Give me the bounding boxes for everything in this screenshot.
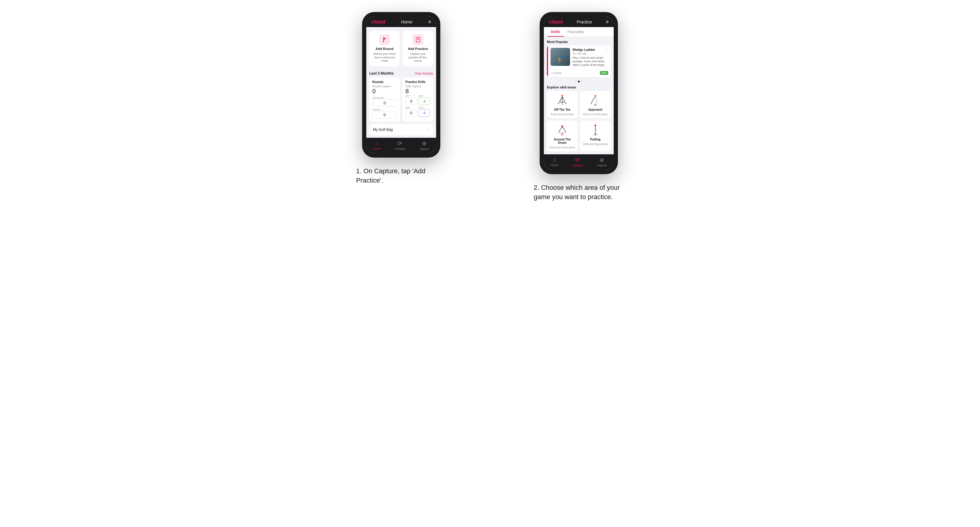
tournament-label: Tournament [372, 97, 397, 99]
drill-desc: Play 1 shot at each target yardage. If y… [573, 56, 608, 67]
add-practice-card[interactable]: Add Practice Capture your practice off-t… [403, 31, 433, 67]
drill-card-content: Wedge Ladder ☆ 50–100 yds Play 1 shot at… [548, 45, 611, 77]
chevron-icon: › [428, 127, 430, 132]
putting-icon [588, 124, 603, 136]
ott-name: Off The Tee [554, 108, 570, 111]
my-golf-bag-row[interactable]: My Golf Bag › [369, 124, 433, 135]
stats-container: Rounds Rounds Capture 0 Tournament 0 Pra… [366, 77, 436, 124]
svg-point-10 [595, 95, 596, 97]
phone2-bottom-nav: ⌂ Home ⟳ Activities ⊕ Capture [544, 154, 614, 170]
capture-icon: ⊕ [422, 140, 426, 147]
putting-desc: Make and lag practice [583, 143, 608, 146]
svg-point-14 [562, 133, 563, 135]
add-practice-icon-wrap [413, 34, 423, 45]
arg-item: ARG 0 [406, 106, 417, 117]
svg-line-5 [562, 97, 565, 102]
phone1-appbar: clippd Home ≡ [366, 16, 436, 27]
drill-shots: ○ 9 shots [550, 71, 562, 75]
add-round-title: Add Round [375, 47, 393, 51]
add-round-icon-wrap [379, 34, 390, 45]
drill-thumbnail-img [550, 48, 570, 66]
drill-card-inner: Wedge Ladder ☆ 50–100 yds Play 1 shot at… [548, 45, 611, 69]
putt-item: PUTT 4 [418, 106, 430, 117]
nav2-activities-label: Activities [572, 164, 583, 167]
skill-approach-icon-area [588, 94, 603, 106]
skill-off-the-tee[interactable]: Off The Tee Power and accuracy [547, 91, 578, 118]
skill-approach[interactable]: Approach Dial-in to hit the green [580, 91, 611, 118]
dot-indicators [544, 79, 614, 84]
drills-capture-label: Drills Capture [406, 85, 430, 88]
star-icon[interactable]: ☆ [605, 48, 608, 52]
svg-line-4 [559, 97, 562, 102]
nav2-capture[interactable]: ⊕ Capture [597, 157, 607, 167]
activities2-icon: ⟳ [575, 157, 580, 163]
capture2-icon: ⊕ [600, 157, 604, 163]
putt-value: 4 [418, 109, 430, 117]
svg-point-1 [383, 41, 384, 43]
phone2-title: Practice [577, 19, 592, 24]
skill-grid: Off The Tee Power and accuracy [544, 91, 614, 154]
caption2: 2. Choose which area of your game you wa… [534, 183, 624, 202]
drill-title: Wedge Ladder [573, 48, 595, 51]
phone1-section: clippd Home ≡ [325, 12, 478, 185]
tab-bar: Drills Favourites [544, 27, 614, 37]
drill-yardage: 50–100 yds [573, 52, 608, 55]
svg-point-15 [595, 125, 596, 126]
drill-badge: APP [600, 71, 608, 75]
skill-around-green[interactable]: Around The Green Hone your short game [547, 121, 578, 151]
nav-capture-label: Capture [420, 148, 429, 151]
dot-2 [581, 81, 583, 83]
tab-drills[interactable]: Drills [547, 27, 564, 37]
nav2-home[interactable]: ⌂ Home [551, 157, 558, 167]
phone2-logo: clippd [549, 19, 563, 25]
most-popular-label: Most Popular [544, 37, 614, 45]
ott-value: 0 [406, 97, 417, 105]
app-value: 4 [418, 97, 430, 105]
phone2-screen: clippd Practice ≡ Drills Favourites Most… [544, 16, 614, 170]
nav2-activities[interactable]: ⟳ Activities [572, 157, 583, 167]
nav-capture[interactable]: ⊕ Capture [420, 140, 429, 151]
ott-desc: Power and accuracy [550, 113, 574, 116]
phone1-menu-icon[interactable]: ≡ [428, 19, 431, 25]
rounds-title: Rounds [372, 80, 397, 84]
practice-label: Practice [372, 108, 397, 111]
my-golf-bag-label: My Golf Bag [373, 127, 393, 132]
add-round-subtitle: Record your shots fast or enhanced mode [372, 52, 397, 63]
nav-home-label: Home [373, 147, 380, 150]
add-practice-subtitle: Capture your practice off-the-course [405, 52, 431, 63]
nav-home[interactable]: ⌂ Home [373, 140, 380, 151]
drill-info: Wedge Ladder ☆ 50–100 yds Play 1 shot at… [573, 48, 608, 67]
skill-putting-icon-area [588, 124, 603, 136]
phone2-content: Most Popular Wedge Ladder [544, 37, 614, 154]
atg-name: Around The Green [549, 138, 575, 144]
phone2-menu-icon[interactable]: ≡ [606, 19, 609, 25]
phone1-bottom-nav: ⌂ Home ⟳ Activities ⊕ Capture [366, 138, 436, 153]
skill-putting[interactable]: Putting Make and lag practice [580, 121, 611, 151]
skill-atg-icon-area [555, 124, 570, 136]
phone1-screen: clippd Home ≡ [366, 16, 436, 153]
arg-value: 0 [406, 109, 417, 117]
activities-icon: ⟳ [398, 140, 402, 147]
view-activity-link[interactable]: View Activity [415, 71, 433, 75]
nav-activities[interactable]: ⟳ Activities [395, 140, 406, 151]
last3months-label: Last 3 Months [369, 71, 394, 76]
svg-point-12 [562, 125, 563, 127]
ott-icon [555, 94, 570, 106]
add-round-card[interactable]: Add Round Record your shots fast or enha… [369, 31, 400, 67]
phone1: clippd Home ≡ [362, 12, 440, 158]
drills-stats-box: Practice Drills Drills Capture 8 OTT 0 A… [402, 77, 433, 122]
featured-drill-card[interactable]: Wedge Ladder ☆ 50–100 yds Play 1 shot at… [547, 45, 611, 77]
svg-point-11 [595, 105, 596, 106]
putting-name: Putting [590, 138, 600, 141]
app-item: APP 4 [418, 95, 430, 105]
nav2-capture-label: Capture [597, 164, 607, 167]
caption1: 1. On Capture, tap 'Add Practice'. [356, 167, 446, 185]
tab-favourites[interactable]: Favourites [564, 27, 588, 37]
drill-footer: ○ 9 shots APP [548, 69, 611, 77]
drills-capture-value: 8 [406, 88, 430, 95]
phone1-title: Home [401, 19, 412, 24]
home-cards: Add Round Record your shots fast or enha… [366, 27, 436, 70]
phone1-logo: clippd [371, 19, 385, 25]
shots-icon: ○ [550, 71, 553, 75]
atg-desc: Hone your short game [550, 146, 575, 149]
